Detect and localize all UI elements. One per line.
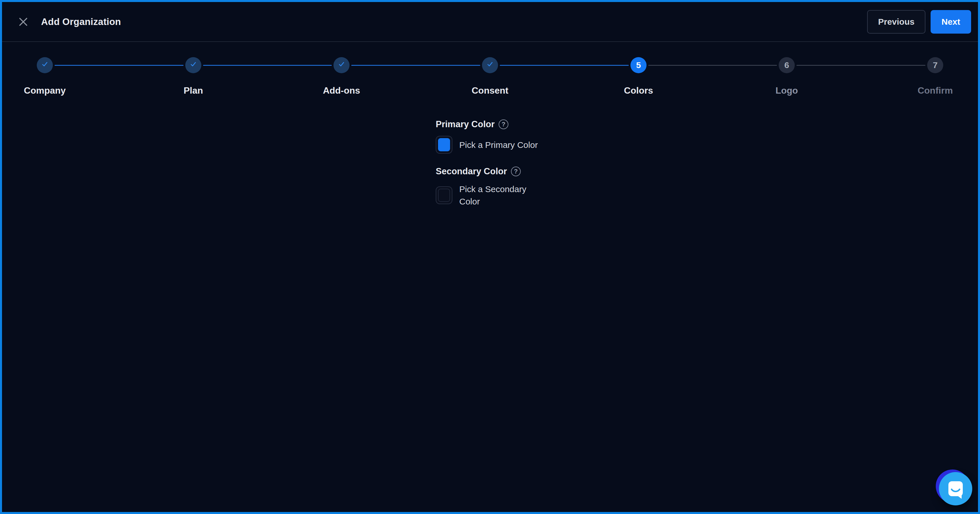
- stepper-step-company[interactable]: Company: [2, 57, 88, 96]
- step-label: Logo: [775, 85, 798, 96]
- step-circle: [185, 57, 201, 73]
- step-circle: [482, 57, 498, 73]
- secondary-color-label: Secondary Color: [436, 166, 507, 177]
- primary-color-swatch[interactable]: [436, 136, 452, 154]
- step-label: Colors: [624, 85, 653, 96]
- primary-color-label: Primary Color: [436, 119, 495, 129]
- step-circle: 7: [927, 57, 943, 73]
- primary-color-picker-text: Pick a Primary Color: [459, 139, 538, 151]
- page-title: Add Organization: [41, 16, 121, 27]
- secondary-color-swatch[interactable]: [436, 186, 452, 204]
- stepper-step-logo[interactable]: 6 Logo: [744, 57, 830, 96]
- close-icon: [18, 17, 28, 27]
- stepper-step-addons[interactable]: Add-ons: [298, 57, 385, 96]
- check-icon: [41, 60, 49, 70]
- check-icon: [189, 60, 197, 70]
- next-button[interactable]: Next: [931, 10, 971, 33]
- secondary-color-picker-text: Pick a Secondary Color: [459, 183, 534, 208]
- close-button[interactable]: [17, 16, 30, 28]
- step-label: Consent: [472, 85, 508, 96]
- stepper-step-consent[interactable]: Consent: [447, 57, 533, 96]
- check-icon: [486, 60, 494, 70]
- step-circle: [37, 57, 53, 73]
- step-circle: 5: [630, 57, 646, 73]
- step-number: 5: [636, 60, 641, 70]
- step-label: Confirm: [918, 85, 953, 96]
- stepper-step-plan[interactable]: Plan: [150, 57, 236, 96]
- primary-color-swatch-fill: [438, 138, 450, 151]
- step-label: Plan: [183, 85, 203, 96]
- step-label: Add-ons: [323, 85, 360, 96]
- dialog-header: Add Organization Previous Next: [2, 2, 978, 42]
- step-circle: 6: [779, 57, 795, 73]
- colors-form: Primary Color ? Pick a Primary Color Sec…: [436, 119, 637, 208]
- help-icon[interactable]: ?: [511, 167, 521, 176]
- chat-launcher-button[interactable]: [939, 472, 972, 505]
- help-icon[interactable]: ?: [499, 119, 508, 129]
- step-number: 7: [933, 60, 938, 70]
- check-icon: [337, 60, 345, 70]
- stepper-step-confirm[interactable]: 7 Confirm: [892, 57, 978, 96]
- primary-color-field: Primary Color ? Pick a Primary Color: [436, 119, 637, 154]
- add-organization-dialog: Add Organization Previous Next Company P…: [0, 0, 980, 514]
- step-label: Company: [24, 85, 66, 96]
- chat-bubble-smile-icon: [948, 481, 963, 496]
- step-circle: [334, 57, 350, 73]
- previous-button[interactable]: Previous: [867, 10, 926, 33]
- step-number: 6: [784, 60, 789, 70]
- stepper-step-colors[interactable]: 5 Colors: [595, 57, 682, 96]
- secondary-color-swatch-empty: [438, 189, 450, 202]
- secondary-color-field: Secondary Color ? Pick a Secondary Color: [436, 166, 637, 208]
